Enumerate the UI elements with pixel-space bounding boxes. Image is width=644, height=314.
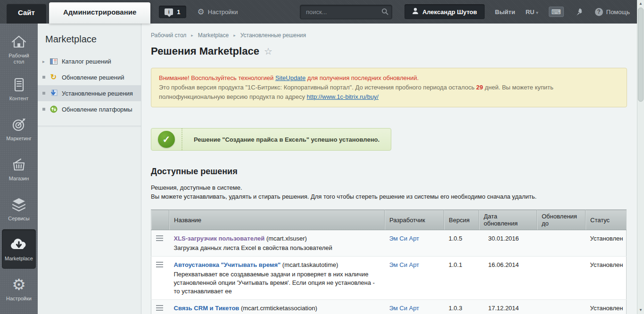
siteupdate-link[interactable]: SiteUpdate: [275, 74, 305, 81]
warning-text: для получения последних обновлений.: [305, 74, 419, 81]
breadcrumb: Рабочий стол ▸ Marketplace ▸ Установленн…: [151, 32, 627, 39]
warning-line-1: Внимание! Воспользуйтесь технологией Sit…: [159, 73, 619, 83]
layers-icon: [10, 196, 27, 213]
sidebar-item-platform-update[interactable]: Обновление платформы: [38, 101, 141, 117]
solution-update-date: 17.12.2014: [479, 300, 537, 314]
breadcrumb-arrow-icon: ▸: [233, 33, 236, 38]
developer-link[interactable]: Эм Си Арт: [389, 305, 420, 312]
vertical-scrollbar[interactable]: ▲ ▼: [637, 0, 644, 314]
breadcrumb-desktop[interactable]: Рабочий стол: [151, 32, 186, 39]
platform-update-icon: [50, 105, 58, 113]
success-message-banner: ✓ Решение "Создание прайса в Ексель" усп…: [151, 128, 391, 151]
sidebar-item-solution-updates[interactable]: ↻ Обновление решений: [38, 69, 141, 85]
main-content: Рабочий стол ▸ Marketplace ▸ Установленн…: [141, 24, 644, 314]
document-icon: [10, 76, 27, 93]
language-label: RU: [526, 8, 535, 16]
language-selector[interactable]: RU ▾: [526, 8, 538, 16]
menu-divider: [38, 126, 141, 128]
rail-item-content[interactable]: Контент: [2, 69, 36, 109]
solution-link[interactable]: XLS-загрузчик пользователей: [174, 235, 265, 242]
row-menu-icon[interactable]: [156, 262, 163, 267]
warning-text: Это пробная версия продукта "1С-Битрикс:…: [159, 84, 476, 91]
refresh-icon: ↻: [50, 73, 58, 81]
rail-item-services[interactable]: Сервисы: [2, 189, 36, 229]
solution-updates-until: [537, 300, 586, 314]
header-developer[interactable]: Разработчик: [385, 210, 444, 230]
gear-icon: ⚙: [12, 276, 26, 293]
header-updates-until[interactable]: Обновления до: [537, 210, 586, 230]
rail-item-marketplace[interactable]: Marketplace: [2, 229, 36, 269]
breadcrumb-installed[interactable]: Установленные решения: [240, 32, 306, 39]
header-status[interactable]: Статус: [586, 210, 627, 230]
topbar-settings-label: Настройки: [208, 8, 238, 16]
help-label: Помощь: [606, 8, 630, 16]
rail-item-settings[interactable]: ⚙ Настройки: [2, 269, 36, 309]
bullet-icon: [42, 108, 45, 111]
solution-updates-until: [537, 257, 586, 300]
scroll-down-icon[interactable]: ▼: [637, 308, 644, 312]
favorite-star-icon[interactable]: ☆: [264, 46, 272, 57]
user-name: Александр Шутов: [422, 8, 477, 16]
rail-item-desktop[interactable]: Рабочий стол: [2, 29, 36, 69]
scroll-up-icon[interactable]: ▲: [637, 1, 644, 6]
scrollbar-thumb[interactable]: [638, 8, 644, 102]
sidebar-item-label: Установленные решения: [62, 90, 133, 97]
solution-link[interactable]: Автоустановка "Учитывать время": [174, 261, 281, 268]
warning-text: Внимание! Воспользуйтесь технологией: [159, 74, 275, 81]
header-version[interactable]: Версия: [444, 210, 479, 230]
header-name[interactable]: Название: [169, 210, 385, 230]
cloud-download-icon: [9, 236, 28, 253]
solution-description: Перехватывает все создаваемые задачи и п…: [174, 270, 380, 296]
rail-item-marketing[interactable]: Маркетинг: [2, 109, 36, 149]
days-remaining: 29: [476, 84, 483, 91]
table-header-row: Название Разработчик Версия Дата обновле…: [151, 210, 627, 230]
user-menu-button[interactable]: Александр Шутов: [405, 4, 485, 19]
check-circle-icon: ✓: [158, 131, 175, 148]
row-menu-icon[interactable]: [156, 305, 163, 311]
solution-status: Установлен: [586, 300, 627, 314]
tab-administration[interactable]: Администрирование: [49, 2, 150, 24]
solution-code: (mcart.xlsuser): [266, 235, 307, 242]
header-update-date[interactable]: Дата обновления: [479, 210, 537, 230]
page-title: Решения Marketplace: [151, 45, 259, 57]
user-icon: [412, 8, 419, 16]
gear-icon: ⚙: [198, 8, 205, 16]
rail-item-label: Рабочий стол: [3, 53, 35, 65]
target-icon: [10, 116, 27, 133]
solution-version: 1.0.3: [444, 300, 479, 314]
rail-item-store[interactable]: Магазин: [2, 149, 36, 189]
search-icon[interactable]: [381, 8, 388, 17]
rail-item-label: Настройки: [6, 296, 32, 302]
breadcrumb-marketplace[interactable]: Marketplace: [198, 32, 229, 39]
sidebar-item-installed-solutions[interactable]: Установленные решения: [38, 85, 141, 101]
basket-icon: [10, 156, 27, 173]
developer-link[interactable]: Эм Си Арт: [389, 261, 420, 268]
solution-status: Установлен: [586, 257, 627, 300]
search-input[interactable]: [300, 5, 392, 19]
pin-icon[interactable]: [575, 8, 583, 16]
tab-site[interactable]: Сайт: [7, 4, 46, 24]
solution-description: Загрузка данных листа Excel в свойства п…: [174, 244, 380, 252]
row-menu-icon[interactable]: [156, 235, 163, 241]
keyboard-icon[interactable]: ⌨: [549, 7, 564, 17]
solution-update-date: 16.06.2014: [479, 257, 537, 300]
solution-version: 1.0.1: [444, 257, 479, 300]
rail-item-label: Маркетинг: [6, 136, 31, 142]
home-icon: [10, 33, 27, 50]
topbar-settings-button[interactable]: ⚙ Настройки: [198, 8, 238, 16]
left-rail: Рабочий стол Контент Маркетинг Магазин С…: [0, 24, 38, 314]
help-button[interactable]: ? Помощь: [595, 8, 630, 16]
bullet-icon: [42, 92, 45, 95]
header-menu-col: [151, 210, 169, 230]
expand-arrow-icon[interactable]: ▸: [42, 59, 45, 64]
buy-link[interactable]: http://www.1c-bitrix.ru/buy/: [307, 93, 379, 100]
developer-link[interactable]: Эм Си Арт: [389, 235, 420, 242]
info-bubble-icon: i: [165, 8, 173, 15]
logout-link[interactable]: Выйти: [495, 8, 515, 16]
section-description-line2: Вы можете устанавливать, удалять и стира…: [151, 192, 627, 201]
solution-link[interactable]: Связь CRM и Тикетов: [174, 305, 239, 312]
notifications-button[interactable]: i 1: [159, 6, 186, 18]
help-icon: ?: [595, 8, 603, 16]
search-box: [300, 5, 392, 19]
sidebar-item-catalog[interactable]: ▸ Каталог решений: [38, 53, 141, 69]
